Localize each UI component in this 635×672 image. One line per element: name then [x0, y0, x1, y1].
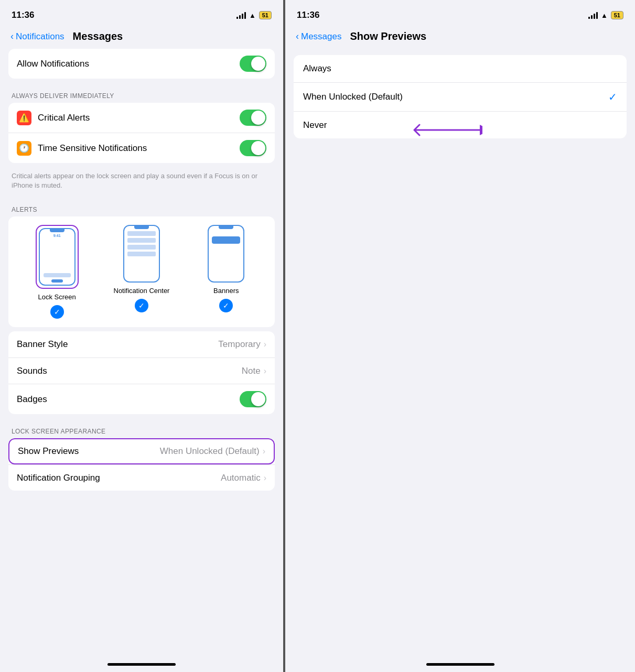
notification-grouping-value: Automatic [221, 473, 261, 483]
notification-grouping-row[interactable]: Notification Grouping Automatic › [8, 464, 275, 491]
notification-grouping-label: Notification Grouping [17, 473, 100, 483]
badges-label: Badges [17, 394, 47, 405]
status-bar-right: 11:36 ▲ 51 [285, 0, 635, 26]
sounds-left: Sounds [17, 366, 242, 376]
signal-icon-right [588, 12, 598, 19]
notification-grouping-chevron: › [264, 473, 266, 483]
alerts-card: 9:41 Lock Screen ✓ [8, 216, 275, 327]
back-button-left[interactable]: ‹ Notifications [10, 31, 64, 42]
lock-screen-card: Show Previews When Unlocked (Default) › … [8, 438, 275, 491]
show-previews-left: Show Previews [18, 446, 160, 457]
preview-when-unlocked-row[interactable]: When Unlocked (Default) ✓ [294, 82, 627, 111]
phone-time: 9:41 [53, 234, 61, 237]
page-title-right: Show Previews [350, 30, 426, 42]
sounds-value: Note [242, 366, 261, 376]
sounds-label: Sounds [17, 366, 47, 376]
critical-alerts-toggle[interactable] [240, 110, 266, 126]
show-previews-label: Show Previews [18, 446, 79, 457]
phone-notch [50, 229, 64, 232]
banners-label: Banners [213, 287, 239, 295]
banner-style-chevron: › [264, 340, 266, 349]
badges-row[interactable]: Badges [8, 384, 275, 414]
notification-center-label: Notification Center [114, 287, 170, 295]
preview-options-card: Always When Unlocked (Default) ✓ Never [294, 55, 627, 138]
phone-banner [212, 236, 240, 244]
right-content: Always When Unlocked (Default) ✓ Never [285, 49, 635, 663]
toggle-knob-time [251, 141, 265, 155]
alert-item-notification-center[interactable]: Notification Center ✓ [110, 225, 173, 312]
alerts-section-label: ALERTS [8, 197, 275, 216]
nc-line-2 [127, 238, 156, 243]
allow-notifications-toggle[interactable] [240, 56, 266, 72]
nc-line-3 [127, 245, 156, 250]
toggle-knob-badges [251, 392, 265, 406]
sounds-row[interactable]: Sounds Note › [8, 357, 275, 384]
allow-notifications-card: Allow Notifications [8, 49, 275, 79]
signal-icon [236, 12, 246, 19]
notification-grouping-left: Notification Grouping [17, 473, 221, 483]
toggle-knob [251, 57, 265, 71]
preview-always-label: Always [303, 63, 617, 74]
badges-toggle[interactable] [240, 391, 266, 407]
left-content: Allow Notifications ALWAYS DELIVER IMMED… [0, 49, 283, 663]
time-sensitive-toggle[interactable] [240, 140, 266, 156]
banners-check: ✓ [219, 299, 233, 312]
time-sensitive-label: Time Sensitive Notifications [38, 143, 147, 154]
right-panel: 11:36 ▲ 51 ‹ Messages Show Previews Alwa… [285, 0, 635, 672]
home-indicator-right [426, 663, 494, 666]
nc-line-4 [127, 252, 156, 256]
status-time-left: 11:36 [12, 10, 34, 20]
time-sensitive-left: 🕐 Time Sensitive Notifications [17, 141, 240, 156]
settings-card: Banner Style Temporary › Sounds Note › B… [8, 331, 275, 414]
back-label-right: Messages [301, 31, 341, 42]
purple-arrow-annotation [388, 117, 482, 138]
home-button [51, 279, 63, 283]
allow-notifications-row: Allow Notifications [8, 49, 275, 79]
lock-screen-highlight: 9:41 [36, 225, 79, 289]
sounds-chevron: › [264, 366, 266, 376]
battery-badge-left: 51 [259, 11, 272, 19]
notification-center-phone [123, 225, 160, 283]
critical-alerts-icon: ⚠️ [17, 111, 31, 125]
alert-item-lock-screen[interactable]: 9:41 Lock Screen ✓ [26, 225, 89, 319]
critical-alerts-row: ⚠️ Critical Alerts [8, 103, 275, 133]
chevron-left-icon: ‹ [10, 31, 14, 42]
show-previews-row[interactable]: Show Previews When Unlocked (Default) › [8, 438, 275, 464]
nc-lines [124, 229, 159, 279]
status-icons-left: ▲ 51 [236, 11, 272, 19]
preview-never-row[interactable]: Never [294, 111, 627, 138]
back-button-right[interactable]: ‹ Messages [296, 31, 341, 42]
badges-left: Badges [17, 394, 240, 405]
status-bar-left: 11:36 ▲ 51 [0, 0, 283, 26]
critical-alerts-left: ⚠️ Critical Alerts [17, 111, 240, 125]
status-time-right: 11:36 [297, 10, 319, 20]
page-title-left: Messages [73, 30, 123, 42]
wifi-icon: ▲ [249, 12, 256, 19]
nc-line-1 [127, 231, 156, 236]
preview-always-row[interactable]: Always [294, 55, 627, 82]
always-deliver-footnote: Critical alerts appear on the lock scree… [8, 167, 275, 197]
wifi-icon-right: ▲ [601, 12, 608, 19]
lock-screen-label: Lock Screen [38, 293, 76, 301]
alert-item-banners[interactable]: Banners ✓ [195, 225, 257, 312]
svg-marker-0 [480, 125, 482, 135]
notification-center-check: ✓ [135, 299, 148, 312]
critical-alerts-label: Critical Alerts [38, 113, 90, 123]
nav-header-right: ‹ Messages Show Previews [285, 26, 635, 49]
allow-notifications-left: Allow Notifications [17, 59, 240, 69]
notification-bar [44, 273, 71, 277]
banners-phone [208, 225, 244, 283]
always-deliver-card: ⚠️ Critical Alerts 🕐 Time Sensitive Noti… [8, 103, 275, 163]
time-sensitive-row: 🕐 Time Sensitive Notifications [8, 133, 275, 163]
battery-badge-right: 51 [611, 11, 623, 19]
lock-screen-check: ✓ [50, 305, 64, 319]
alerts-grid: 9:41 Lock Screen ✓ [17, 225, 266, 319]
time-sensitive-icon: 🕐 [17, 141, 31, 156]
status-icons-right: ▲ 51 [588, 11, 623, 19]
toggle-knob-critical [251, 111, 265, 125]
left-panel: 11:36 ▲ 51 ‹ Notifications Messages Allo… [0, 0, 283, 672]
home-indicator-left [107, 663, 176, 666]
banner-style-row[interactable]: Banner Style Temporary › [8, 331, 275, 357]
preview-when-unlocked-label: When Unlocked (Default) [303, 92, 608, 102]
always-deliver-section-label: ALWAYS DELIVER IMMEDIATELY [8, 83, 275, 103]
